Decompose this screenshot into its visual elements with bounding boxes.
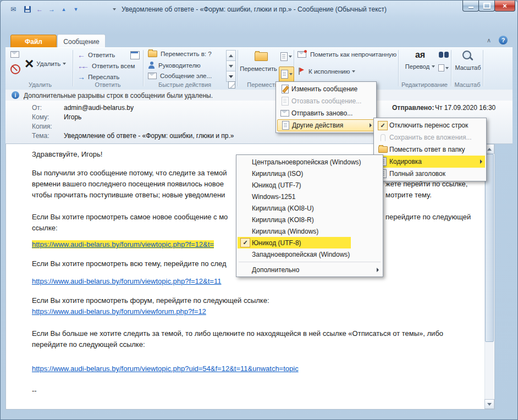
scrollbar-thumb[interactable] xyxy=(485,154,494,342)
move-folder-icon xyxy=(255,52,268,61)
cc-label: Копия: xyxy=(32,123,52,130)
find-button[interactable] xyxy=(438,51,449,59)
menu-item-encoding-koi8u[interactable]: Кириллица (KOI8-U) xyxy=(238,202,382,214)
flag-icon xyxy=(297,68,305,75)
edit-message-icon xyxy=(282,85,289,93)
menu-item-recall-message[interactable]: Отозвать сообщение... xyxy=(277,95,375,107)
to-label: Кому: xyxy=(32,113,49,121)
menu-item-encoding-utf7[interactable]: Юникод (UTF-7) xyxy=(238,179,382,191)
paperclip-icon xyxy=(381,134,385,141)
other-actions-icon xyxy=(282,121,289,130)
submenu-arrow-icon xyxy=(377,268,379,272)
gallery-more-button[interactable] xyxy=(226,71,236,82)
menu-item-full-header[interactable]: Полный заголовок xyxy=(375,168,485,180)
body-text: Вы получили это сообщение потому, что сл… xyxy=(32,169,227,177)
dialog-launcher-icon[interactable] xyxy=(228,81,235,89)
checkmark-icon: ✓ xyxy=(240,238,250,247)
reply-all-button[interactable]: ← ← Ответить всем xyxy=(78,62,135,70)
ignore-button[interactable] xyxy=(10,51,19,58)
gallery-up-button[interactable] xyxy=(226,50,236,61)
close-button[interactable]: × xyxy=(494,1,515,12)
recall-message-icon xyxy=(282,97,289,106)
forum-link[interactable]: https://www.audi-belarus.by/forum/viewfo… xyxy=(32,307,206,316)
zoom-button[interactable]: Масштаб xyxy=(454,50,482,82)
to-value: Игорь xyxy=(64,113,81,121)
topic-link[interactable]: https://www.audi-belarus.by/forum/viewto… xyxy=(32,277,221,285)
onenote-button[interactable] xyxy=(279,50,293,63)
help-icon[interactable]: ? xyxy=(499,36,508,45)
collapse-ribbon-icon[interactable]: ∧ xyxy=(487,37,491,44)
topic-link-highlighted[interactable]: https://www.audi-belarus.by/forum/viewto… xyxy=(32,240,214,248)
group-separator xyxy=(483,50,483,86)
subject-label: Тема: xyxy=(32,132,49,140)
scrollbar-down-button[interactable] xyxy=(484,399,494,409)
body-text: чтобы прочитать поступившие ответы; новы… xyxy=(32,191,225,199)
reply-arrow-icon: ← xyxy=(78,51,85,59)
group-title-zoom: Масштаб xyxy=(453,81,482,88)
group-title-respond: Ответить xyxy=(74,81,141,88)
quickstep-to-manager[interactable]: Руководителю xyxy=(148,62,201,69)
translate-button[interactable]: aя Перевод xyxy=(404,50,436,82)
actions-page-icon xyxy=(281,70,288,79)
body-text: перейдите по следующей xyxy=(385,213,471,221)
message-actions-button[interactable] xyxy=(279,67,294,82)
body-text: Здравствуйте, Игорь! xyxy=(32,150,102,158)
menu-item-encoding-koi8r[interactable]: Кириллица (KOI8-R) xyxy=(238,214,382,225)
maximize-button[interactable] xyxy=(478,1,495,12)
from-value: admin@audi-belarus.by xyxy=(64,104,134,112)
info-icon: i xyxy=(12,91,19,99)
redo-icon[interactable]: → xyxy=(47,5,57,14)
group-title-quick-steps: Быстрые действия xyxy=(145,81,225,88)
block-sender-button[interactable] xyxy=(10,64,20,74)
group-separator xyxy=(143,50,144,86)
menu-item-edit-message[interactable]: Изменить сообщение xyxy=(277,83,375,95)
save-icon[interactable] xyxy=(23,5,32,14)
signature-separator: -- xyxy=(32,386,37,395)
gallery-down-button[interactable] xyxy=(226,60,236,71)
resend-icon xyxy=(280,110,289,117)
menu-item-encoding-utf8[interactable]: ✓ Юникод (UTF-8) xyxy=(238,237,382,248)
move-button[interactable]: Переместить xyxy=(240,50,282,82)
menu-item-encoding-cyrillic-iso[interactable]: Кириллица (ISO) xyxy=(238,168,382,179)
mark-unread-button[interactable]: Пометить как непрочитанную xyxy=(297,51,396,58)
body-text: Если Вы больше не хотите следить за темо… xyxy=(32,329,443,338)
delete-x-icon: × xyxy=(25,56,34,71)
forward-button[interactable]: → Переслать xyxy=(78,73,119,81)
menu-item-resend-message[interactable]: Отправить заново... xyxy=(277,107,375,119)
menu-item-encoding-central-european[interactable]: Центральноевропейская (Windows) xyxy=(238,156,382,168)
tab-message[interactable]: Сообщение xyxy=(57,34,106,48)
mail-icon xyxy=(148,73,157,79)
reply-button[interactable]: ← Ответить xyxy=(78,51,115,59)
follow-up-button[interactable]: К исполнению xyxy=(297,68,355,75)
minimize-button[interactable] xyxy=(462,1,479,12)
menu-item-disable-word-wrap[interactable]: ✓ Отключить перенос строк xyxy=(375,119,485,131)
meeting-button[interactable] xyxy=(130,51,140,59)
previous-item-icon[interactable]: ▲ xyxy=(59,5,69,14)
group-separator xyxy=(73,50,73,86)
group-separator xyxy=(398,50,399,86)
subject-value: Уведомление об ответе - «Форум: ошибки, … xyxy=(64,132,234,140)
group-title-editing: Редактирование xyxy=(400,81,449,88)
menu-item-encoding-more[interactable]: Дополнительно xyxy=(238,264,382,275)
menu-item-other-actions[interactable]: Другие действия xyxy=(277,119,375,131)
body-text: времени вашего последнего посещения появ… xyxy=(32,180,224,188)
quickstep-team-email[interactable]: Сообщение эле... xyxy=(148,73,212,79)
next-item-icon[interactable]: ▼ xyxy=(71,5,81,14)
menu-item-encoding[interactable]: Кодировка xyxy=(375,156,485,168)
qat-customize-button[interactable] xyxy=(109,5,119,14)
unread-mail-icon xyxy=(297,51,306,58)
menu-item-save-all-attachments[interactable]: Сохранить все вложения... xyxy=(375,131,485,143)
sent-value: Чт 17.09.2020 16:30 xyxy=(435,104,495,112)
sent-label: Отправлено: xyxy=(392,104,434,112)
menu-item-move-reply-to-folder[interactable]: Поместить ответ в папку xyxy=(375,143,485,156)
menu-item-encoding-cyrillic-windows[interactable]: Кириллица (Windows) xyxy=(238,225,382,237)
menu-item-encoding-windows1251[interactable]: Windows-1251 xyxy=(238,191,382,202)
submenu-arrow-icon xyxy=(370,123,372,128)
quickstep-move-to[interactable]: Переместить в: ? xyxy=(148,51,212,57)
menu-item-encoding-western-european[interactable]: Западноевропейская (Windows) xyxy=(238,248,382,260)
delete-button[interactable]: × Удалить xyxy=(25,54,66,73)
select-button[interactable] xyxy=(438,64,449,71)
unwatch-link[interactable]: https://www.audi-belarus.by/forum/viewto… xyxy=(32,364,299,373)
undo-icon[interactable]: ← xyxy=(35,5,45,14)
translate-icon: aя xyxy=(415,50,425,60)
